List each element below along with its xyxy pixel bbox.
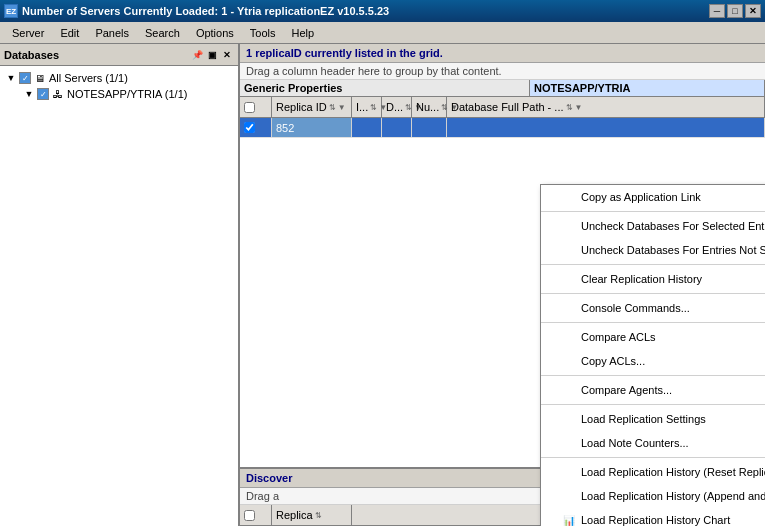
row-checkbox[interactable]	[240, 118, 272, 137]
ctx-load-history-append[interactable]: Load Replication History (Append and/or …	[541, 484, 765, 508]
title-bar-text: Number of Servers Currently Loaded: 1 - …	[22, 5, 389, 17]
server-header: NOTESAPP/YTRIA	[530, 80, 765, 96]
generic-properties-label: Generic Properties	[244, 82, 342, 94]
tree-expand-all-servers[interactable]: ▼	[4, 71, 18, 85]
cell-nu	[412, 118, 447, 137]
generic-properties-header: Generic Properties	[240, 80, 530, 96]
menu-edit[interactable]: Edit	[52, 23, 87, 43]
filter-icon-replica: ▼	[338, 103, 346, 112]
ctx-uncheck-not-icon	[561, 242, 577, 258]
ctx-compare-acl-icon	[561, 329, 577, 345]
ctx-compare-acls[interactable]: Compare ACLs	[541, 325, 765, 349]
select-all-checkbox[interactable]	[244, 102, 255, 113]
ctx-sep-2	[541, 264, 765, 265]
ctx-copy-acls[interactable]: Copy ACLs...	[541, 349, 765, 373]
col-db-path[interactable]: Database Full Path - ... ⇅ ▼	[447, 97, 765, 117]
col-i[interactable]: I... ⇅ ▼	[352, 97, 382, 117]
grid-col-row: Replica ID ⇅ ▼ I... ⇅ ▼ D... ⇅ ▼ Nu... ⇅…	[240, 97, 765, 118]
ctx-copy-acl-icon	[561, 353, 577, 369]
row-select-checkbox[interactable]	[244, 122, 255, 133]
sort-icon-i: ⇅	[370, 103, 377, 112]
col-replica-id[interactable]: Replica ID ⇅ ▼	[272, 97, 352, 117]
ctx-sep-3	[541, 293, 765, 294]
cell-path	[447, 118, 765, 137]
maximize-button[interactable]: □	[727, 4, 743, 18]
ctx-sep-4	[541, 322, 765, 323]
ctx-load-history-chart[interactable]: 📊 Load Replication History Chart	[541, 508, 765, 526]
ctx-reset-icon	[561, 464, 577, 480]
menu-options[interactable]: Options	[188, 23, 242, 43]
tree-item-all-servers[interactable]: ▼ ✓ 🖥 All Servers (1/1)	[4, 70, 234, 86]
discover-sort-icon: ⇅	[315, 511, 322, 520]
right-panel: 1 replicaID currently listed in the grid…	[240, 44, 765, 526]
context-menu: Copy as Application Link Uncheck Databas…	[540, 184, 765, 526]
ctx-compare-agents[interactable]: Compare Agents...	[541, 378, 765, 402]
ctx-load-history-reset[interactable]: Load Replication History (Reset Replicat…	[541, 460, 765, 484]
discover-col-check[interactable]	[240, 505, 272, 525]
ctx-clear-history[interactable]: Clear Replication History	[541, 267, 765, 291]
col-d[interactable]: D... ⇅ ▼	[382, 97, 412, 117]
filter-icon-path: ▼	[575, 103, 583, 112]
discover-select-all[interactable]	[244, 510, 255, 521]
discover-title: Discover	[246, 472, 292, 484]
ctx-copy-icon	[561, 189, 577, 205]
sort-icon-replica: ⇅	[329, 103, 336, 112]
app-icon: EZ	[4, 4, 18, 18]
menu-search[interactable]: Search	[137, 23, 188, 43]
table-row[interactable]: 852	[240, 118, 765, 138]
all-servers-label: All Servers (1/1)	[49, 72, 128, 84]
drag-hint: Drag a column header here to group by th…	[240, 63, 765, 80]
cell-d	[382, 118, 412, 137]
ctx-console-commands[interactable]: Console Commands...	[541, 296, 765, 320]
menu-panels[interactable]: Panels	[87, 23, 137, 43]
tree-expand-notesapp[interactable]: ▼	[22, 87, 36, 101]
ctx-copy-app-link[interactable]: Copy as Application Link	[541, 185, 765, 209]
close-panel-icon[interactable]: ✕	[220, 48, 234, 62]
minimize-button[interactable]: ─	[709, 4, 725, 18]
grid-properties-row: Generic Properties NOTESAPP/YTRIA	[240, 80, 765, 97]
notesapp-label: NOTESAPP/YTRIA (1/1)	[67, 88, 187, 100]
ctx-sep-7	[541, 457, 765, 458]
sort-icon-path: ⇅	[566, 103, 573, 112]
tree-checkbox-notesapp[interactable]: ✓	[37, 88, 49, 100]
ctx-uncheck-selected[interactable]: Uncheck Databases For Selected Entries	[541, 214, 765, 238]
cell-replica-id: 852	[272, 118, 352, 137]
ctx-chart-icon: 📊	[561, 512, 577, 526]
ctx-clear-icon	[561, 271, 577, 287]
ctx-load-note-counters[interactable]: Load Note Counters...	[541, 431, 765, 455]
ctx-sep-6	[541, 404, 765, 405]
drag-hint-text: Drag a column header here to group by th…	[246, 65, 502, 77]
server-icon: 🖧	[51, 87, 65, 101]
discover-col-replica[interactable]: Replica ⇅	[272, 505, 352, 525]
close-button[interactable]: ✕	[745, 4, 761, 18]
menu-server[interactable]: Server	[4, 23, 52, 43]
ctx-compare-agents-icon	[561, 382, 577, 398]
ctx-uncheck-selected-icon	[561, 218, 577, 234]
main-layout: Databases 📌 ▣ ✕ ▼ ✓ 🖥 All Servers (1/1) …	[0, 44, 765, 526]
server-header-label: NOTESAPP/YTRIA	[534, 82, 631, 94]
menu-bar: Server Edit Panels Search Options Tools …	[0, 22, 765, 44]
databases-panel: Databases 📌 ▣ ✕ ▼ ✓ 🖥 All Servers (1/1) …	[0, 44, 240, 526]
copy-icon[interactable]: ▣	[205, 48, 219, 62]
ctx-load-replication-settings[interactable]: Load Replication Settings	[541, 407, 765, 431]
ctx-sep-1	[541, 211, 765, 212]
title-bar-buttons: ─ □ ✕	[709, 4, 761, 18]
col-checkbox[interactable]	[240, 97, 272, 117]
ctx-append-icon	[561, 488, 577, 504]
ctx-sep-5	[541, 375, 765, 376]
status-text: 1 replicaID currently listed in the grid…	[246, 47, 443, 59]
ctx-load-counters-icon	[561, 435, 577, 451]
title-bar: EZ Number of Servers Currently Loaded: 1…	[0, 0, 765, 22]
panel-header-icons: 📌 ▣ ✕	[190, 48, 234, 62]
tree-area: ▼ ✓ 🖥 All Servers (1/1) ▼ ✓ 🖧 NOTESAPP/Y…	[0, 66, 238, 526]
cell-i	[352, 118, 382, 137]
tree-checkbox-all-servers[interactable]: ✓	[19, 72, 31, 84]
ctx-console-icon	[561, 300, 577, 316]
pin-icon[interactable]: 📌	[190, 48, 204, 62]
menu-help[interactable]: Help	[283, 23, 322, 43]
menu-tools[interactable]: Tools	[242, 23, 284, 43]
col-nu[interactable]: Nu... ⇅ ▼	[412, 97, 447, 117]
tree-item-notesapp[interactable]: ▼ ✓ 🖧 NOTESAPP/YTRIA (1/1)	[22, 86, 234, 102]
ctx-load-settings-icon	[561, 411, 577, 427]
ctx-uncheck-not-selected[interactable]: Uncheck Databases For Entries Not Select…	[541, 238, 765, 262]
